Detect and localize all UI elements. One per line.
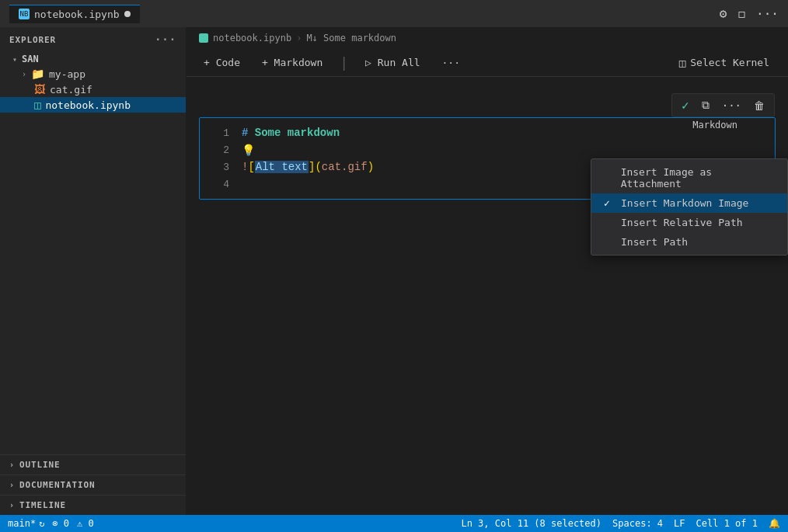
dropdown-insert-path[interactable]: Insert Path	[591, 232, 787, 252]
toolbar-separator: |	[340, 54, 348, 71]
timeline-label: TIMELINE	[19, 500, 66, 510]
status-bar-left: main* ↻ ⊗ 0 ⚠ 0	[8, 518, 94, 529]
sidebar-outline-header[interactable]: › OUTLINE	[0, 455, 186, 475]
sidebar-item-my-app[interactable]: › 📁 my-app	[0, 66, 186, 82]
chevron-down-icon: ▾	[12, 55, 17, 64]
sidebar-timeline-header[interactable]: › TIMELINE	[0, 495, 186, 515]
warnings-label: ⚠ 0	[77, 518, 94, 529]
warnings-item[interactable]: ⚠ 0	[77, 518, 94, 529]
sidebar-section-documentation: › DOCUMENTATION	[0, 475, 186, 495]
errors-item[interactable]: ⊗ 0	[52, 518, 69, 529]
outline-chevron-icon: ›	[9, 461, 15, 469]
title-bar-actions: ⚙ ◻ ···	[720, 6, 779, 21]
dropdown-item-label-attachment: Insert Image as Attachment	[621, 166, 775, 190]
encoding-item[interactable]: LF	[674, 518, 685, 529]
select-kernel-label: Select Kernel	[690, 57, 769, 68]
notebook-area: ✓ ⧉ ··· 🗑 1 # Some markdown	[187, 77, 788, 515]
cell-delete-button[interactable]: 🗑	[751, 98, 768, 113]
notebook-tab-icon: NB	[19, 9, 30, 19]
sidebar-root[interactable]: ▾ SAN	[0, 52, 186, 66]
line-number-1: 1	[206, 127, 229, 139]
tab-modified-dot	[124, 11, 131, 17]
dropdown-menu: Insert Image as Attachment ✓ Insert Mark…	[591, 158, 788, 256]
chevron-right-icon: ›	[22, 70, 26, 78]
git-branch-item[interactable]: main* ↻	[8, 518, 44, 529]
dropdown-item-label-relative: Insert Relative Path	[621, 217, 743, 228]
cell-position-item[interactable]: Cell 1 of 1	[696, 518, 758, 529]
img-close-paren: )	[368, 161, 374, 173]
sidebar-spacer	[0, 113, 186, 454]
cursor-position-item[interactable]: Ln 3, Col 11 (8 selected)	[461, 518, 601, 529]
documentation-chevron-icon: ›	[9, 481, 15, 489]
line-number-4: 4	[206, 179, 229, 190]
sidebar-more-icon[interactable]: ···	[155, 33, 176, 46]
breadcrumb-section[interactable]: M↓ Some markdown	[306, 33, 396, 43]
check-icon-relative	[604, 217, 615, 228]
accounts-icon[interactable]: ◻	[737, 6, 745, 21]
git-branch-label: main*	[8, 518, 36, 529]
img-open-paren: (	[315, 161, 321, 173]
content-area: notebook.ipynb › M↓ Some markdown + Code…	[187, 27, 788, 515]
title-bar: NB notebook.ipynb ⚙ ◻ ···	[0, 0, 788, 27]
cell-type-badge: Markdown	[686, 118, 744, 132]
tab-filename: notebook.ipynb	[34, 9, 120, 20]
heading-hash: #	[242, 127, 255, 139]
bell-icon: 🔔	[769, 518, 780, 529]
breadcrumb: notebook.ipynb › M↓ Some markdown	[187, 27, 788, 49]
cursor-position-label: Ln 3, Col 11 (8 selected)	[461, 518, 601, 529]
more-icon[interactable]: ···	[756, 6, 779, 21]
line-content-2: 💡	[242, 144, 255, 157]
dropdown-item-label-markdown: Insert Markdown Image	[621, 197, 748, 209]
sidebar-root-label: SAN	[22, 54, 39, 64]
settings-icon[interactable]: ⚙	[720, 6, 727, 21]
code-line-2: 2 💡	[200, 141, 775, 158]
add-markdown-label: + Markdown	[262, 57, 323, 68]
check-icon-path	[604, 236, 615, 248]
run-all-button[interactable]: ▷ Run All	[361, 54, 424, 71]
toolbar-more-icon: ···	[442, 57, 460, 68]
cell-confirm-button[interactable]: ✓	[678, 96, 692, 114]
sidebar-item-label-notebook: notebook.ipynb	[45, 99, 131, 111]
notebook-toolbar: + Code + Markdown | ▷ Run All ··· ◫ Sele…	[187, 49, 788, 77]
line-content-3: ![Alt text](cat.gif)	[242, 161, 374, 173]
dropdown-insert-markdown[interactable]: ✓ Insert Markdown Image	[591, 193, 787, 213]
cell-type-label: Markdown	[692, 120, 737, 130]
select-kernel-button[interactable]: ◫ Select Kernel	[673, 54, 776, 71]
documentation-label: DOCUMENTATION	[19, 480, 96, 490]
outline-label: OUTLINE	[19, 460, 61, 470]
timeline-chevron-icon: ›	[9, 501, 15, 509]
sidebar-documentation-header[interactable]: › DOCUMENTATION	[0, 475, 186, 495]
cell-split-button[interactable]: ⧉	[699, 97, 713, 113]
cell-toolbar: ✓ ⧉ ··· 🗑	[671, 93, 775, 117]
gif-file-icon: 🖼	[34, 83, 45, 96]
status-bar: main* ↻ ⊗ 0 ⚠ 0 Ln 3, Col 11 (8 selected…	[0, 515, 788, 532]
line-content-1: # Some markdown	[242, 127, 340, 139]
tab-notebook[interactable]: NB notebook.ipynb	[9, 5, 140, 23]
line-number-3: 3	[206, 162, 229, 173]
img-open-bracket: [	[248, 161, 254, 173]
breadcrumb-filename[interactable]: notebook.ipynb	[213, 33, 291, 43]
sync-icon: ↻	[39, 518, 44, 529]
line-number-2: 2	[206, 144, 229, 156]
status-bar-right: Ln 3, Col 11 (8 selected) Spaces: 4 LF C…	[461, 518, 780, 529]
sidebar-item-label-cat-gif: cat.gif	[50, 84, 92, 96]
heading-text: Some markdown	[255, 127, 340, 139]
sidebar-item-cat-gif[interactable]: 🖼 cat.gif	[0, 82, 186, 97]
encoding-label: LF	[674, 518, 685, 529]
dropdown-insert-relative[interactable]: Insert Relative Path	[591, 213, 787, 232]
check-icon-attachment	[604, 172, 615, 184]
img-alt-text: Alt text	[255, 161, 309, 173]
cell-more-button[interactable]: ···	[719, 98, 744, 113]
errors-label: ⊗ 0	[52, 518, 69, 529]
toolbar-more-button[interactable]: ···	[438, 54, 465, 71]
bell-item[interactable]: 🔔	[769, 518, 780, 529]
add-markdown-button[interactable]: + Markdown	[257, 54, 327, 71]
kernel-icon: ◫	[679, 57, 685, 69]
dropdown-insert-attachment[interactable]: Insert Image as Attachment	[591, 162, 787, 193]
toolbar-right: ◫ Select Kernel	[673, 54, 776, 71]
dropdown-item-label-path: Insert Path	[621, 236, 688, 248]
spaces-item[interactable]: Spaces: 4	[612, 518, 663, 529]
sidebar-item-notebook[interactable]: ◫ notebook.ipynb	[0, 97, 186, 113]
add-code-button[interactable]: + Code	[199, 54, 245, 71]
add-code-label: + Code	[204, 57, 240, 68]
